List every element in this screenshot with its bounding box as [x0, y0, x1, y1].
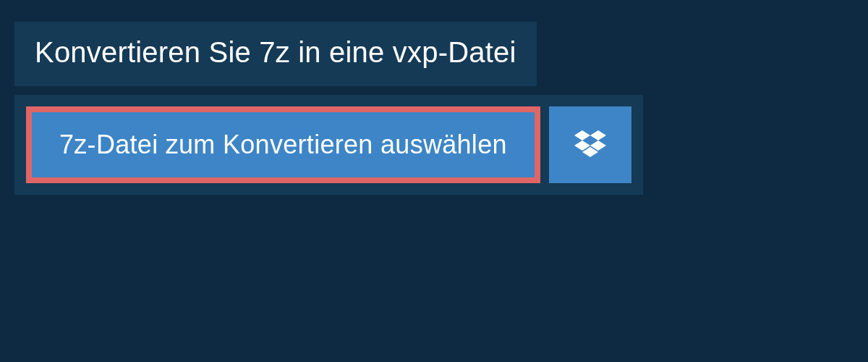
select-file-button[interactable]: 7z-Datei zum Konvertieren auswählen	[26, 106, 540, 183]
dropbox-button[interactable]	[549, 106, 631, 183]
dropbox-icon	[574, 130, 606, 159]
page-title: Konvertieren Sie 7z in eine vxp-Datei	[35, 36, 516, 69]
page-header: Konvertieren Sie 7z in eine vxp-Datei	[14, 22, 537, 86]
select-file-label: 7z-Datei zum Konvertieren auswählen	[59, 130, 507, 160]
upload-panel: 7z-Datei zum Konvertieren auswählen	[14, 95, 643, 195]
